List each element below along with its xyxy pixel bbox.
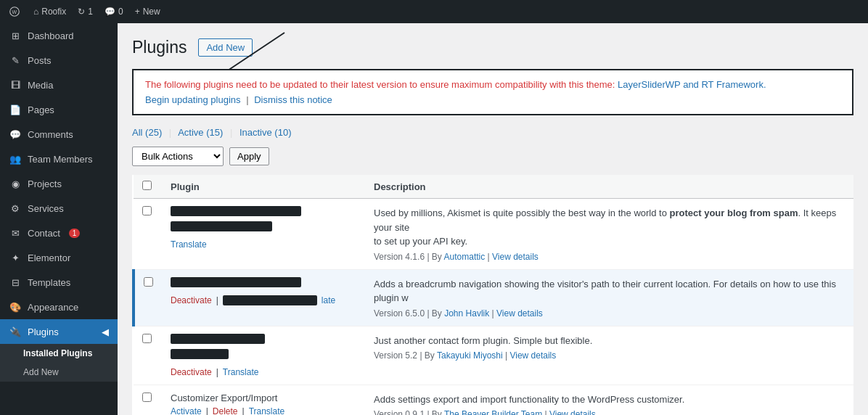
row2-deactivate-link[interactable]: Deactivate (171, 295, 212, 308)
row4-sep1: | (206, 406, 208, 416)
row2-actions: Deactivate | late (171, 295, 356, 308)
row4-name-cell: Customizer Export/Import Activate | Dele… (162, 385, 365, 415)
row1-translate-link[interactable]: Translate (171, 239, 207, 250)
sidebar-label-templates: Templates (28, 277, 70, 288)
appearance-icon: 🎨 (9, 300, 22, 313)
apply-button[interactable]: Apply (229, 147, 269, 165)
notice-text: The following plugins need to be updated… (145, 79, 840, 90)
row2-translate-link[interactable]: late (322, 295, 335, 308)
chevron-right-icon: ◀ (102, 326, 109, 337)
row3-actions: Deactivate | Translate (171, 367, 356, 377)
notice-main-text: The following plugins need to be updated… (145, 79, 615, 90)
notice-plugin-names[interactable]: LayerSliderWP and RT Framework. (618, 79, 766, 90)
pages-icon: 📄 (9, 103, 22, 116)
dashboard-icon: ⊞ (9, 29, 22, 42)
row3-deactivate-link[interactable]: Deactivate (171, 367, 212, 377)
main-content: Plugins Add New The following plugins ne… (118, 23, 868, 415)
select-all-checkbox[interactable] (142, 181, 152, 190)
row4-actions: Activate | Delete | Translate (171, 406, 356, 416)
team-icon: 👥 (9, 152, 22, 165)
site-name: Roofix (41, 7, 66, 17)
notice-separator: | (246, 94, 248, 105)
sidebar-label-services: Services (28, 203, 64, 214)
sidebar-item-projects[interactable]: ◉ Projects (0, 171, 118, 196)
row1-actions: Translate (171, 239, 356, 250)
new-item[interactable]: + New (135, 7, 160, 17)
submenu-item-installed-plugins[interactable]: Installed Plugins (0, 344, 118, 363)
sidebar-label-appearance: Appearance (28, 302, 78, 313)
row4-checkbox[interactable] (142, 393, 152, 402)
sidebar-item-comments[interactable]: 💬 Comments (0, 122, 118, 147)
row3-view-details-link[interactable]: View details (509, 350, 556, 361)
row3-sep: | (216, 367, 218, 377)
row4-activate-link[interactable]: Activate (171, 406, 202, 416)
row1-view-details-link[interactable]: View details (492, 252, 539, 262)
filter-sep-2: | (230, 127, 232, 138)
comments-icon: 💬 (105, 7, 115, 17)
sidebar: ⊞ Dashboard ✎ Posts 🎞 Media 📄 Pages 💬 Co… (0, 23, 118, 415)
begin-updating-link[interactable]: Begin updating plugins (145, 94, 241, 105)
comments-item[interactable]: 💬 0 (105, 7, 123, 17)
row4-desc-cell: Adds settings export and import function… (365, 385, 853, 415)
row2-author-link[interactable]: John Havlik (444, 308, 489, 319)
sidebar-label-pages: Pages (28, 104, 54, 115)
row3-name-redacted2 (171, 349, 229, 359)
sidebar-item-plugins[interactable]: 🔌 Plugins ◀ (0, 319, 118, 344)
sidebar-item-contact[interactable]: ✉ Contact 1 (0, 221, 118, 245)
contact-badge: 1 (69, 229, 81, 238)
wp-logo: W (7, 4, 22, 19)
row2-partial-redact (223, 295, 317, 305)
row2-name-cell: Deactivate | late (162, 269, 365, 326)
sidebar-item-appearance[interactable]: 🎨 Appearance (0, 295, 118, 319)
row4-version: 0.9.1 (405, 409, 425, 415)
row2-checkbox[interactable] (144, 277, 153, 287)
row1-author-link[interactable]: Automattic (444, 252, 486, 262)
sidebar-item-media[interactable]: 🎞 Media (0, 73, 118, 97)
contact-icon: ✉ (9, 226, 22, 239)
table-row: Deactivate | late Adds a breadcrumb navi… (134, 269, 853, 326)
page-header: Plugins Add New (132, 38, 853, 57)
filter-inactive[interactable]: Inactive (10) (239, 127, 292, 138)
sidebar-item-services[interactable]: ⚙ Services (0, 196, 118, 221)
row3-name-redacted (171, 334, 265, 344)
row3-author-link[interactable]: Takayuki Miyoshi (437, 350, 503, 361)
sidebar-item-pages[interactable]: 📄 Pages (0, 97, 118, 122)
sidebar-item-dashboard[interactable]: ⊞ Dashboard (0, 23, 118, 48)
row3-translate-link[interactable]: Translate (223, 367, 259, 377)
row4-translate-link[interactable]: Translate (249, 406, 285, 416)
row2-view-details-link[interactable]: View details (496, 308, 543, 319)
row4-author-link[interactable]: The Beaver Builder Team (444, 409, 542, 415)
row1-checkbox[interactable] (142, 206, 152, 215)
row4-sep2: | (242, 406, 245, 416)
add-new-button[interactable]: Add New (198, 38, 253, 57)
updates-item[interactable]: ↻ 1 (78, 7, 93, 17)
elementor-icon: ✦ (9, 251, 22, 264)
sidebar-item-elementor[interactable]: ✦ Elementor (0, 245, 118, 270)
submenu-item-add-new[interactable]: Add New (0, 363, 118, 382)
wp-logo-item[interactable]: W (7, 4, 22, 19)
description-col-header: Description (365, 175, 853, 199)
row3-checkbox[interactable] (142, 334, 152, 343)
sidebar-item-templates[interactable]: ⊟ Templates (0, 270, 118, 295)
add-new-submenu-label: Add New (23, 367, 59, 377)
top-bar: W ⌂ Roofix ↻ 1 💬 0 + New (0, 0, 868, 23)
templates-icon: ⊟ (9, 276, 22, 289)
installed-plugins-label: Installed Plugins (23, 348, 92, 358)
site-name-item[interactable]: ⌂ Roofix (33, 7, 66, 17)
dismiss-notice-link[interactable]: Dismiss this notice (254, 94, 332, 105)
row2-version: 6.5.0 (405, 308, 425, 319)
projects-icon: ◉ (9, 177, 22, 190)
sidebar-label-posts: Posts (28, 55, 52, 66)
row2-checkbox-cell (134, 269, 162, 326)
row4-view-details-link[interactable]: View details (549, 409, 596, 415)
filter-all[interactable]: All (25) (132, 127, 165, 138)
bulk-actions-bar: Bulk Actions Apply (132, 147, 853, 166)
sidebar-item-team-members[interactable]: 👥 Team Members (0, 147, 118, 171)
sidebar-item-posts[interactable]: ✎ Posts (0, 48, 118, 73)
filter-active[interactable]: Active (15) (178, 127, 226, 138)
sidebar-label-dashboard: Dashboard (28, 30, 74, 41)
row3-desc-cell: Just another contact form plugin. Simple… (365, 326, 853, 385)
row1-name-redacted2 (171, 221, 272, 231)
bulk-actions-select[interactable]: Bulk Actions (132, 147, 224, 166)
row4-delete-link[interactable]: Delete (213, 406, 238, 416)
